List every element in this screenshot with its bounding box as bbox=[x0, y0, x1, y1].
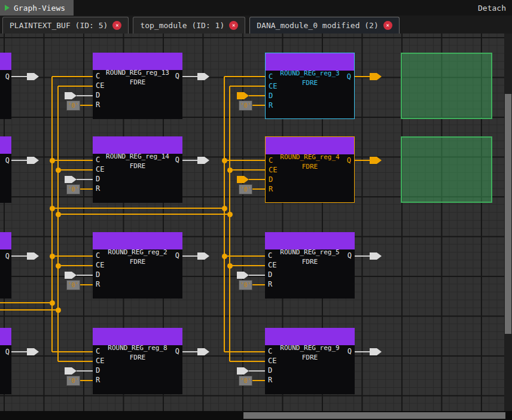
port-label-ce: CE bbox=[268, 357, 276, 365]
ce-bus-wire bbox=[57, 86, 59, 361]
node-title: ROUND_REG_reg_8 bbox=[93, 344, 182, 352]
node-header bbox=[93, 136, 182, 154]
node-header bbox=[0, 53, 11, 70]
port-label-c: C bbox=[268, 347, 272, 355]
node-cell-type: FDRE bbox=[93, 162, 182, 170]
port-label-q: Q bbox=[175, 72, 179, 80]
d-input-wire bbox=[77, 370, 93, 372]
cell-node-round_reg_reg_2[interactable]: ROUND_REG_reg_2FDRECCEDRQ bbox=[93, 232, 182, 299]
port-label-r: R bbox=[269, 185, 273, 193]
port-label-r: R bbox=[268, 376, 272, 384]
cell-node-round_reg_reg_4[interactable]: ROUND_REG_reg_4FDRECCEDRQ bbox=[265, 136, 355, 203]
clk-branch-wire bbox=[52, 160, 93, 161]
wire-junction-dot bbox=[50, 206, 55, 211]
ce-branch-wire bbox=[230, 169, 265, 171]
output-marker-icon bbox=[27, 252, 39, 260]
node-title: ROUND_REG_reg_2 bbox=[93, 248, 182, 256]
r-const-wire bbox=[80, 380, 93, 381]
cell-node-round_reg_reg_8[interactable]: ROUND_REG_reg_8FDRECCEDRQ bbox=[93, 328, 182, 394]
partial-node[interactable]: Q bbox=[0, 232, 11, 299]
partial-node[interactable]: Q bbox=[0, 136, 11, 203]
node-header bbox=[0, 136, 11, 154]
port-label-q: Q bbox=[5, 72, 10, 81]
node-header bbox=[265, 328, 355, 345]
output-marker-icon bbox=[370, 157, 382, 164]
node-cell-type: FDRE bbox=[265, 258, 355, 266]
port-label-c: C bbox=[96, 347, 100, 355]
detach-button[interactable]: Detach bbox=[472, 4, 512, 13]
selection-box[interactable] bbox=[401, 53, 492, 119]
d-input-wire bbox=[249, 179, 265, 180]
node-header bbox=[0, 232, 11, 249]
port-label-ce: CE bbox=[96, 357, 104, 365]
output-marker-icon bbox=[197, 348, 209, 355]
tab-bar: PLAINTEXT_BUF (ID: 5)✕top_module (ID: 1)… bbox=[0, 16, 512, 34]
cell-node-round_reg_reg_13[interactable]: ROUND_REG_reg_13FDRECCEDRQ bbox=[93, 53, 182, 119]
node-cell-type: FDRE bbox=[266, 163, 354, 171]
output-marker-icon bbox=[370, 348, 382, 355]
q-output-wire bbox=[182, 351, 197, 352]
const-zero-label: '0' bbox=[239, 376, 252, 386]
d-input-wire bbox=[249, 95, 265, 96]
clk-offscreen-wire bbox=[0, 302, 52, 303]
const-zero-label: '0' bbox=[66, 101, 80, 111]
q-output-wire bbox=[11, 351, 27, 352]
d-input-wire bbox=[249, 275, 265, 276]
schematic-canvas[interactable]: QQQQROUND_REG_reg_13FDRECCEDRQ'0'ROUND_R… bbox=[0, 34, 512, 420]
port-label-c: C bbox=[269, 72, 273, 81]
tab-close-icon[interactable]: ✕ bbox=[229, 21, 238, 30]
node-cell-type: FDRE bbox=[265, 354, 355, 361]
node-header bbox=[93, 328, 182, 345]
ce-branch-wire bbox=[230, 265, 265, 266]
wire-junction-dot bbox=[222, 254, 227, 259]
partial-node[interactable]: Q bbox=[0, 328, 11, 394]
node-cell-type: FDRE bbox=[93, 258, 182, 266]
wire-junction-dot bbox=[227, 168, 233, 173]
graph-views-window: Graph-Views Detach PLAINTEXT_BUF (ID: 5)… bbox=[0, 0, 512, 420]
ce-branch-wire bbox=[58, 169, 93, 171]
horizontal-scrollbar-thumb[interactable] bbox=[243, 412, 505, 419]
q-output-wire bbox=[11, 255, 27, 257]
cell-node-round_reg_reg_14[interactable]: ROUND_REG_reg_14FDRECCEDRQ bbox=[93, 136, 182, 203]
ce-offscreen-wire bbox=[0, 309, 58, 311]
node-header bbox=[0, 328, 11, 345]
tab-top_module[interactable]: top_module (ID: 1)✕ bbox=[133, 17, 245, 34]
clk-branch-wire bbox=[52, 351, 93, 352]
graph-views-header-tab[interactable]: Graph-Views bbox=[0, 0, 74, 16]
vertical-scrollbar-thumb[interactable] bbox=[505, 94, 511, 334]
tab-close-icon[interactable]: ✕ bbox=[112, 21, 121, 30]
tab-plaintext_buf[interactable]: PLAINTEXT_BUF (ID: 5)✕ bbox=[2, 17, 129, 34]
ce-branch-wire bbox=[230, 86, 265, 87]
node-title: ROUND_REG_reg_9 bbox=[265, 344, 355, 352]
output-marker-icon bbox=[27, 157, 39, 164]
output-marker-icon bbox=[370, 252, 382, 260]
port-label-q: Q bbox=[347, 72, 351, 81]
clk-branch-wire bbox=[52, 76, 93, 77]
tab-close-icon[interactable]: ✕ bbox=[383, 21, 392, 30]
cell-node-round_reg_reg_3[interactable]: ROUND_REG_reg_3FDRECCEDRQ bbox=[265, 53, 355, 119]
port-label-q: Q bbox=[175, 347, 179, 355]
wire-junction-dot bbox=[222, 158, 227, 163]
wire-junction-dot bbox=[227, 263, 233, 269]
selection-box[interactable] bbox=[401, 136, 492, 203]
cell-node-round_reg_reg_9[interactable]: ROUND_REG_reg_9FDRECCEDRQ bbox=[265, 328, 355, 394]
cell-node-round_reg_reg_5[interactable]: ROUND_REG_reg_5FDRECCEDRQ bbox=[265, 232, 355, 299]
partial-node[interactable]: Q bbox=[0, 53, 11, 119]
tab-dana_module_0[interactable]: DANA_module_0 modified (2)✕ bbox=[249, 17, 400, 34]
input-marker-icon bbox=[237, 272, 249, 279]
input-marker-icon bbox=[65, 92, 77, 99]
d-input-wire bbox=[77, 179, 93, 180]
port-label-q: Q bbox=[175, 251, 179, 260]
const-zero-label: '0' bbox=[239, 184, 252, 194]
tab-label: PLAINTEXT_BUF (ID: 5) bbox=[10, 21, 108, 30]
port-label-c: C bbox=[96, 156, 100, 164]
r-const-wire bbox=[252, 188, 265, 190]
input-marker-icon bbox=[237, 367, 249, 375]
q-output-wire bbox=[355, 160, 370, 161]
port-label-q: Q bbox=[5, 348, 10, 356]
r-const-wire bbox=[80, 188, 93, 190]
port-label-q: Q bbox=[348, 347, 352, 355]
port-label-q: Q bbox=[348, 251, 352, 260]
port-label-d: D bbox=[268, 270, 272, 279]
port-label-d: D bbox=[269, 175, 273, 184]
